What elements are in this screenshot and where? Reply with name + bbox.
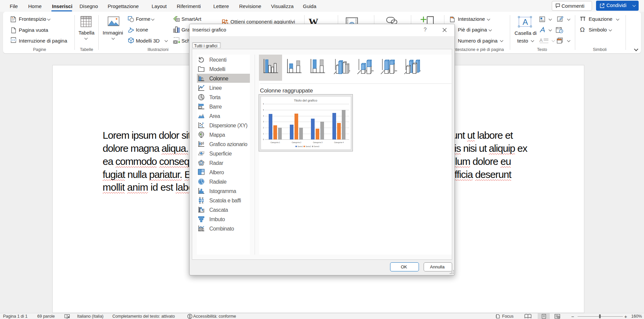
svg-text:A: A <box>539 38 543 43</box>
svg-text:#: # <box>451 40 453 43</box>
svg-text:A: A <box>523 17 528 26</box>
